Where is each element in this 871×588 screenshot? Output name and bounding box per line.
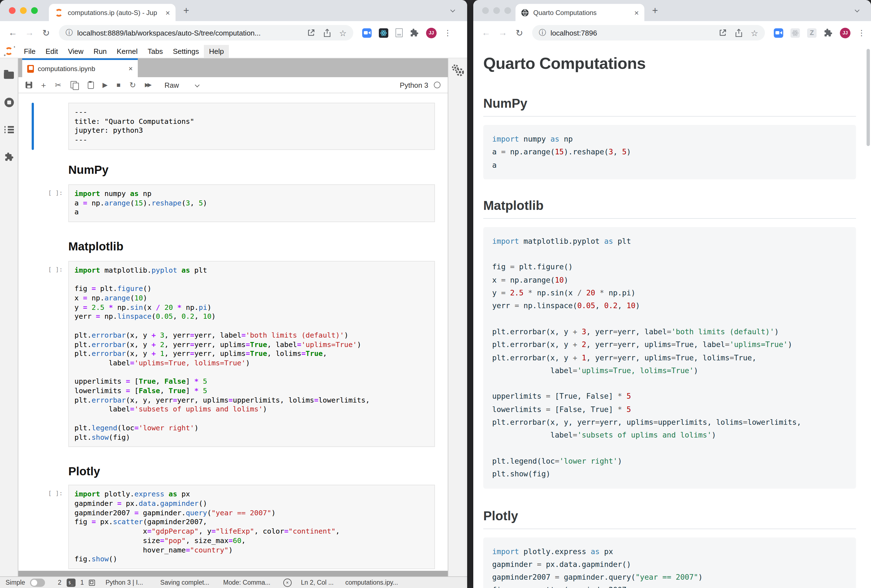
property-inspector-gears-icon[interactable] (450, 64, 465, 77)
menu-view[interactable]: View (63, 45, 88, 57)
restart-run-all-button[interactable]: ▶▶ (145, 82, 150, 88)
zoom-extension-icon[interactable] (362, 28, 372, 37)
page-scrollbar-thumb[interactable] (867, 49, 870, 146)
cut-cells-button[interactable]: ✂ (55, 81, 61, 89)
menu-help[interactable]: Help (204, 45, 229, 57)
stop-kernel-button[interactable]: ■ (117, 82, 121, 88)
copy-cells-button[interactable] (70, 81, 79, 89)
react-devtools-extension-icon[interactable] (379, 28, 388, 37)
menu-edit[interactable]: Edit (40, 45, 63, 57)
react-devtools-extension-icon[interactable] (790, 28, 800, 37)
window-controls (9, 7, 38, 14)
open-in-new-icon[interactable] (718, 29, 726, 37)
minimize-window-button[interactable] (20, 7, 27, 14)
open-in-new-icon[interactable] (307, 29, 315, 37)
browser-tab-quarto[interactable]: Quarto Computations × (515, 4, 644, 21)
kernel-status-text[interactable]: Python 3 | I... (106, 579, 143, 586)
forward-button[interactable]: → (22, 28, 37, 38)
bookmark-star-icon[interactable]: ☆ (751, 28, 758, 37)
extensions-puzzle-icon[interactable] (410, 28, 419, 37)
browser-tab-jupyterlab[interactable]: computations.ip (auto-S) - Jup × (49, 4, 175, 21)
site-info-icon[interactable]: ⓘ (66, 28, 73, 38)
profile-avatar[interactable]: JJ (426, 27, 437, 38)
fullscreen-window-button[interactable] (504, 7, 511, 14)
close-window-button[interactable] (482, 7, 489, 14)
fullscreen-window-button[interactable] (31, 7, 38, 14)
code-cell-editor[interactable]: import numpy as npa = np.arange(15).resh… (68, 184, 435, 222)
add-cell-button[interactable]: + (41, 81, 46, 89)
back-button[interactable]: ← (6, 28, 20, 38)
new-tab-button[interactable]: + (183, 6, 189, 16)
kernel-name: Python 3 (400, 81, 428, 89)
share-icon[interactable] (735, 28, 742, 37)
tab-search-chevron-icon[interactable] (450, 8, 455, 12)
notebook-tab[interactable]: computations.ipynb × (22, 58, 138, 77)
raw-cell-editor[interactable]: ---title: "Quarto Computations"jupyter: … (68, 103, 435, 150)
code-cell-matplotlib[interactable]: [ ]: import matplotlib.pyplot as plt fig… (18, 261, 435, 447)
menu-kernel[interactable]: Kernel (112, 45, 142, 57)
notebook-file-icon (27, 65, 34, 72)
paste-cells-button[interactable] (87, 81, 94, 89)
z-extension-icon[interactable]: Z (807, 28, 817, 37)
menu-file[interactable]: File (19, 45, 40, 57)
close-window-button[interactable] (9, 7, 16, 14)
site-info-icon[interactable]: ⓘ (539, 28, 546, 38)
cell-type-dropdown[interactable]: Raw (165, 81, 199, 89)
profile-avatar[interactable]: JJ (840, 27, 850, 38)
simple-mode-toggle[interactable] (30, 578, 45, 587)
jupyterlab-menubar: File Edit View Run Kernel Tabs Settings … (0, 45, 467, 58)
cursor-position[interactable]: Ln 2, Col ... (301, 579, 334, 586)
cell-prompt: [ ]: (18, 490, 63, 497)
close-tab-icon[interactable]: × (166, 9, 170, 16)
reload-button[interactable]: ↻ (39, 27, 53, 38)
table-of-contents-icon[interactable] (4, 126, 13, 133)
code-cell-numpy[interactable]: [ ]: import numpy as npa = np.arange(15)… (18, 184, 435, 222)
back-button[interactable]: ← (479, 28, 493, 38)
simple-mode-label: Simple (6, 579, 25, 586)
tab-title: Quarto Computations (533, 9, 630, 16)
running-kernels-icon[interactable] (4, 98, 13, 107)
new-tab-button[interactable]: + (652, 6, 658, 16)
statusbar-filename: computations.ipy... (345, 579, 398, 586)
kernel-idle-icon (434, 82, 440, 88)
code-cell-plotly[interactable]: [ ]: import plotly.express as pxgapminde… (18, 485, 435, 569)
markdown-heading-plotly[interactable]: Plotly (18, 465, 448, 478)
kernel-chip-icon[interactable] (89, 579, 95, 585)
kernel-indicator[interactable]: Python 3 (400, 81, 440, 89)
file-browser-icon[interactable] (4, 72, 14, 79)
minimize-window-button[interactable] (493, 7, 500, 14)
menu-settings[interactable]: Settings (168, 45, 204, 57)
restart-kernel-button[interactable]: ↻ (129, 81, 136, 89)
forward-button[interactable]: → (495, 28, 510, 38)
extensions-puzzle-icon[interactable] (824, 28, 833, 37)
menu-run[interactable]: Run (88, 45, 112, 57)
save-button[interactable] (25, 82, 32, 88)
browser-toolbar: ← → ↻ ⓘ localhost:7896 ☆ Z JJ (473, 21, 871, 45)
close-notebook-icon[interactable]: × (129, 65, 133, 72)
markdown-heading-numpy[interactable]: NumPy (18, 163, 448, 176)
horizontal-scrollbar[interactable] (18, 571, 448, 576)
tab-search-chevron-icon[interactable] (855, 8, 860, 12)
address-bar[interactable]: ⓘ localhost:7896 ☆ (532, 25, 765, 40)
trust-shield-icon[interactable]: × (283, 578, 292, 587)
share-icon[interactable] (323, 28, 331, 37)
close-tab-icon[interactable]: × (635, 9, 639, 16)
section-numpy: NumPy import numpy as npa = np.arange(15… (483, 96, 856, 179)
code-cell-editor[interactable]: import matplotlib.pyplot as plt fig = pl… (68, 261, 435, 447)
raw-cell[interactable]: ---title: "Quarto Computations"jupyter: … (18, 103, 435, 150)
address-bar[interactable]: ⓘ localhost:8889/lab/workspaces/auto-S/t… (59, 25, 353, 40)
bookmark-star-icon[interactable]: ☆ (339, 28, 347, 37)
browser-menu-icon[interactable]: ⋮ (444, 29, 452, 37)
reload-button[interactable]: ↻ (512, 27, 527, 38)
menu-tabs[interactable]: Tabs (143, 45, 168, 57)
terminal-icon[interactable]: $_ (66, 578, 75, 587)
document-extension-icon[interactable] (395, 28, 403, 37)
run-cell-button[interactable]: ▶ (102, 82, 108, 88)
zoom-extension-icon[interactable] (774, 28, 783, 37)
extension-manager-puzzle-icon[interactable] (4, 152, 13, 161)
tab-strip: computations.ip (auto-S) - Jup × + (0, 0, 467, 21)
cell-selection-bar (31, 103, 34, 150)
code-cell-editor[interactable]: import plotly.express as pxgapminder = p… (68, 485, 435, 569)
markdown-heading-matplotlib[interactable]: Matplotlib (18, 240, 448, 253)
browser-menu-icon[interactable]: ⋮ (858, 29, 865, 37)
